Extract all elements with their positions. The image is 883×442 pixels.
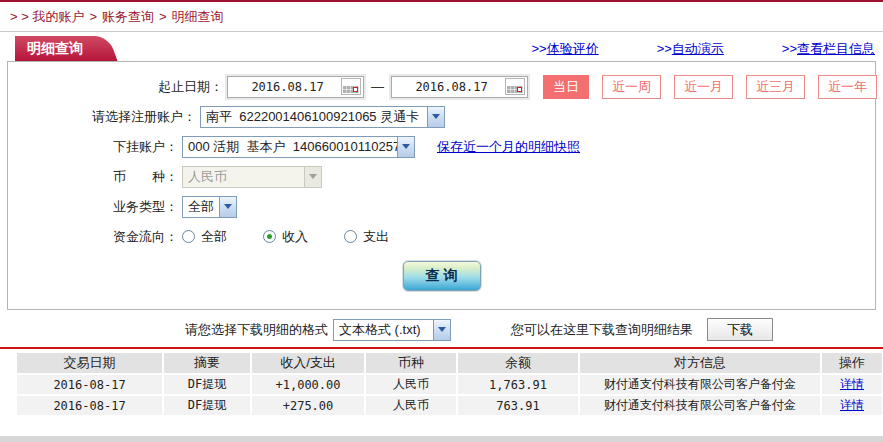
tab-row: 明细查询 >>体验评价 >>自动演示 >>查看栏目信息 [0,36,883,61]
breadcrumb-separator: > [89,9,97,24]
breadcrumb-item-detail-query[interactable]: 明细查询 [172,9,224,24]
download-format-select[interactable]: 文本格式 (.txt) [333,319,451,341]
cell-currency: 人民币 [366,396,456,415]
download-button[interactable]: 下载 [707,318,773,341]
double-arrow-icon: >> [782,41,797,56]
chevron-down-icon[interactable] [397,137,414,157]
row-fund-flow: 资金流向： 全部 收入 支出 [8,224,875,249]
cell-summary: DF提现 [164,396,250,415]
quick-range-quarter-button[interactable]: 近三月 [746,75,805,99]
save-snapshot-link[interactable]: 保存近一个月的明细快照 [437,138,580,156]
date-range-separator: — [371,79,384,94]
double-arrow-icon: >> [657,41,672,56]
biz-type-select[interactable]: 全部 [182,196,237,218]
breadcrumb-item-my-account[interactable]: 我的账户 [32,9,84,24]
fund-flow-radio-income[interactable]: 收入 [263,228,308,246]
quick-range-today-button[interactable]: 当日 [543,75,589,99]
download-row: 请您选择下载明细的格式 文本格式 (.txt) 您可以在这里下载查询明细结果 下… [185,318,883,341]
table-top-divider [0,347,883,349]
link-experience-review[interactable]: >>体验评价 [531,40,598,58]
row-date-range: 起止日期： 2016.08.17 — 2016.08.17 当日 近一周 近一月… [8,74,875,99]
link-auto-demo[interactable]: >>自动演示 [657,40,724,58]
radio-checked-icon[interactable] [263,230,276,243]
cell-currency: 人民币 [366,375,456,394]
cell-summary: DF提现 [164,375,250,394]
cell-amount: +1,000.00 [252,375,364,394]
radio-icon[interactable] [182,230,195,243]
sub-account-select[interactable]: 000 活期 基本户 1406600101102571848 [182,136,415,158]
detail-link[interactable]: 详情 [840,377,864,391]
calendar-icon[interactable] [505,78,525,95]
table-header-row: 交易日期 摘要 收入/支出 币种 余额 对方信息 操作 [17,353,882,373]
col-header-action: 操作 [822,353,882,373]
tab-title: 明细查询 [27,40,83,56]
register-account-label: 请选择注册账户： [8,108,196,126]
biz-type-label: 业务类型： [8,198,178,216]
chevron-down-icon [304,167,321,187]
table-row: 2016-08-17 DF提现 +1,000.00 人民币 1,763.91 财… [17,375,882,394]
currency-select: 人民币 [182,166,322,188]
quick-range-month-button[interactable]: 近一月 [674,75,733,99]
cell-amount: +275.00 [252,396,364,415]
query-button-row: 查 询 [8,261,875,291]
register-account-select[interactable]: 南平 6222001406100921065 灵通卡 [200,106,445,128]
chevron-down-icon[interactable] [219,197,236,217]
date-range-label: 起止日期： [8,78,223,96]
calendar-icon[interactable] [341,78,361,95]
start-date-input[interactable]: 2016.08.17 [227,76,364,98]
cell-balance: 763.91 [458,396,578,415]
quick-range-year-button[interactable]: 近一年 [818,75,877,99]
double-arrow-icon: >> [531,41,546,56]
tab-detail-query[interactable]: 明细查询 [15,36,93,61]
table-row: 2016-08-17 DF提现 +275.00 人民币 763.91 财付通支付… [17,396,882,415]
sub-account-label: 下挂账户： [8,138,178,156]
quick-range-week-button[interactable]: 近一周 [602,75,661,99]
chevron-down-icon[interactable] [427,107,444,127]
col-header-date: 交易日期 [17,353,162,373]
breadcrumb-item-account-query[interactable]: 账务查询 [102,9,154,24]
row-currency: 币 种： 人民币 [8,164,875,189]
breadcrumb-prefix: > > [10,9,32,24]
col-header-counterparty: 对方信息 [580,353,820,373]
radio-icon[interactable] [344,230,357,243]
breadcrumb-separator: > [159,9,167,24]
link-view-column-info[interactable]: >>查看栏目信息 [782,40,875,58]
detail-link[interactable]: 详情 [840,398,864,412]
fund-flow-radio-all[interactable]: 全部 [182,228,227,246]
end-date-input[interactable]: 2016.08.17 [391,76,528,98]
cell-date: 2016-08-17 [17,396,162,415]
row-sub-account: 下挂账户： 000 活期 基本户 1406600101102571848 保存近… [8,134,875,159]
download-hint: 您可以在这里下载查询明细结果 [511,321,693,339]
row-register-account: 请选择注册账户： 南平 6222001406100921065 灵通卡 [8,104,875,129]
header-links: >>体验评价 >>自动演示 >>查看栏目信息 [531,40,875,58]
breadcrumb: > > 我的账户>账务查询>明细查询 [0,2,883,32]
query-form: 起止日期： 2016.08.17 — 2016.08.17 当日 近一周 近一月… [7,61,876,310]
chevron-down-icon[interactable] [433,320,450,340]
col-header-currency: 币种 [366,353,456,373]
transaction-table: 交易日期 摘要 收入/支出 币种 余额 对方信息 操作 2016-08-17 D… [15,351,883,417]
col-header-balance: 余额 [458,353,578,373]
fund-flow-label: 资金流向： [8,228,178,246]
row-biz-type: 业务类型： 全部 [8,194,875,219]
col-header-amount: 收入/支出 [252,353,364,373]
cell-counterparty: 财付通支付科技有限公司客户备付金 [580,375,820,394]
cell-date: 2016-08-17 [17,375,162,394]
fund-flow-radio-expense[interactable]: 支出 [344,228,389,246]
bottom-bar [0,436,883,442]
currency-label: 币 种： [8,168,178,186]
cell-counterparty: 财付通支付科技有限公司客户备付金 [580,396,820,415]
download-format-label: 请您选择下载明细的格式 [185,321,328,339]
query-button[interactable]: 查 询 [403,261,481,291]
cell-balance: 1,763.91 [458,375,578,394]
col-header-summary: 摘要 [164,353,250,373]
